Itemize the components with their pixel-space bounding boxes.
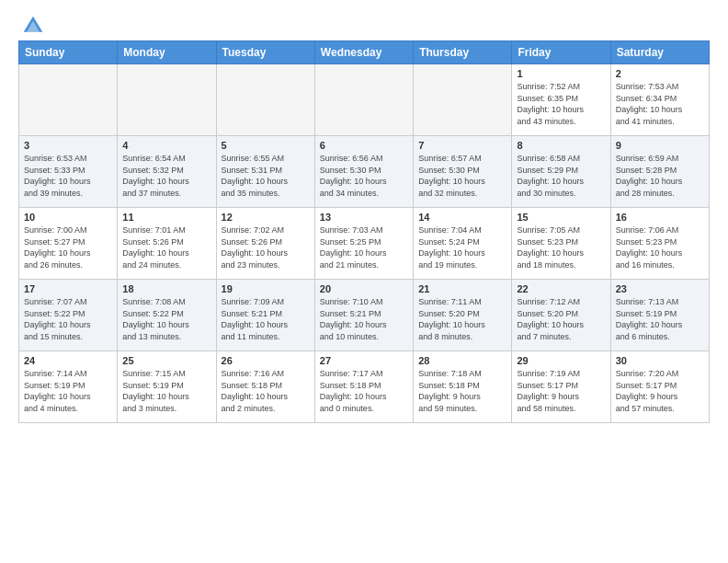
day-info: Sunrise: 7:09 AM Sunset: 5:21 PM Dayligh…: [222, 296, 310, 342]
day-info: Sunrise: 6:55 AM Sunset: 5:31 PM Dayligh…: [222, 153, 310, 199]
day-info: Sunrise: 7:03 AM Sunset: 5:25 PM Dayligh…: [320, 224, 408, 270]
day-number: 14: [418, 212, 506, 223]
day-info: Sunrise: 7:00 AM Sunset: 5:27 PM Dayligh…: [24, 224, 112, 270]
day-number: 8: [517, 140, 605, 151]
calendar-day-cell: 18Sunrise: 7:08 AM Sunset: 5:22 PM Dayli…: [118, 280, 216, 351]
day-number: 24: [24, 355, 112, 366]
day-number: 9: [616, 140, 704, 151]
calendar-week-row: 17Sunrise: 7:07 AM Sunset: 5:22 PM Dayli…: [19, 280, 710, 351]
calendar-day-cell: 4Sunrise: 6:54 AM Sunset: 5:32 PM Daylig…: [118, 136, 216, 208]
calendar-table: SundayMondayTuesdayWednesdayThursdayFrid…: [18, 40, 710, 423]
day-number: 22: [517, 283, 605, 294]
calendar-day-cell: 17Sunrise: 7:07 AM Sunset: 5:22 PM Dayli…: [19, 280, 118, 351]
day-info: Sunrise: 7:04 AM Sunset: 5:24 PM Dayligh…: [418, 224, 506, 270]
calendar-day-cell: [414, 64, 512, 136]
day-number: 28: [418, 355, 506, 366]
day-number: 13: [320, 212, 408, 223]
calendar-day-cell: 25Sunrise: 7:15 AM Sunset: 5:19 PM Dayli…: [118, 351, 216, 423]
day-number: 5: [222, 140, 310, 151]
day-number: 7: [418, 140, 506, 151]
calendar-day-cell: 30Sunrise: 7:20 AM Sunset: 5:17 PM Dayli…: [610, 351, 709, 423]
day-info: Sunrise: 7:17 AM Sunset: 5:18 PM Dayligh…: [320, 368, 408, 414]
day-info: Sunrise: 7:15 AM Sunset: 5:19 PM Dayligh…: [122, 368, 210, 414]
calendar-day-cell: 27Sunrise: 7:17 AM Sunset: 5:18 PM Dayli…: [314, 351, 413, 423]
weekday-header: Saturday: [610, 41, 709, 64]
calendar-day-cell: [216, 64, 314, 136]
weekday-header: Tuesday: [216, 41, 314, 64]
day-number: 12: [222, 212, 310, 223]
day-info: Sunrise: 7:01 AM Sunset: 5:26 PM Dayligh…: [122, 224, 210, 270]
day-info: Sunrise: 7:18 AM Sunset: 5:18 PM Dayligh…: [418, 368, 506, 414]
day-info: Sunrise: 6:56 AM Sunset: 5:30 PM Dayligh…: [320, 153, 408, 199]
day-number: 21: [418, 283, 506, 294]
calendar-day-cell: 19Sunrise: 7:09 AM Sunset: 5:21 PM Dayli…: [216, 280, 314, 351]
calendar-day-cell: 26Sunrise: 7:16 AM Sunset: 5:18 PM Dayli…: [216, 351, 314, 423]
calendar-day-cell: 12Sunrise: 7:02 AM Sunset: 5:26 PM Dayli…: [216, 208, 314, 280]
calendar-header-row: SundayMondayTuesdayWednesdayThursdayFrid…: [19, 41, 710, 64]
calendar-day-cell: [118, 64, 216, 136]
day-info: Sunrise: 7:12 AM Sunset: 5:20 PM Dayligh…: [517, 296, 605, 342]
calendar-week-row: 3Sunrise: 6:53 AM Sunset: 5:33 PM Daylig…: [19, 136, 710, 208]
calendar-day-cell: 15Sunrise: 7:05 AM Sunset: 5:23 PM Dayli…: [512, 208, 610, 280]
day-number: 3: [24, 140, 112, 151]
day-number: 19: [222, 283, 310, 294]
day-number: 27: [320, 355, 408, 366]
day-info: Sunrise: 7:06 AM Sunset: 5:23 PM Dayligh…: [616, 224, 704, 270]
calendar-day-cell: 28Sunrise: 7:18 AM Sunset: 5:18 PM Dayli…: [414, 351, 512, 423]
day-info: Sunrise: 7:11 AM Sunset: 5:20 PM Dayligh…: [418, 296, 506, 342]
calendar-day-cell: 23Sunrise: 7:13 AM Sunset: 5:19 PM Dayli…: [610, 280, 709, 351]
day-number: 20: [320, 283, 408, 294]
day-info: Sunrise: 7:52 AM Sunset: 6:35 PM Dayligh…: [517, 81, 605, 127]
day-info: Sunrise: 7:14 AM Sunset: 5:19 PM Dayligh…: [24, 368, 112, 414]
calendar-day-cell: 16Sunrise: 7:06 AM Sunset: 5:23 PM Dayli…: [610, 208, 709, 280]
calendar-day-cell: [19, 64, 118, 136]
day-number: 15: [517, 212, 605, 223]
calendar-day-cell: 21Sunrise: 7:11 AM Sunset: 5:20 PM Dayli…: [414, 280, 512, 351]
calendar-day-cell: 24Sunrise: 7:14 AM Sunset: 5:19 PM Dayli…: [19, 351, 118, 423]
calendar-day-cell: 3Sunrise: 6:53 AM Sunset: 5:33 PM Daylig…: [19, 136, 118, 208]
day-number: 25: [122, 355, 210, 366]
day-info: Sunrise: 7:16 AM Sunset: 5:18 PM Dayligh…: [222, 368, 310, 414]
day-info: Sunrise: 7:20 AM Sunset: 5:17 PM Dayligh…: [616, 368, 704, 414]
day-number: 16: [616, 212, 704, 223]
day-number: 17: [24, 283, 112, 294]
logo-text: [18, 15, 44, 37]
page: SundayMondayTuesdayWednesdayThursdayFrid…: [0, 0, 728, 563]
weekday-header: Friday: [512, 41, 610, 64]
calendar-day-cell: 14Sunrise: 7:04 AM Sunset: 5:24 PM Dayli…: [414, 208, 512, 280]
day-info: Sunrise: 7:10 AM Sunset: 5:21 PM Dayligh…: [320, 296, 408, 342]
day-info: Sunrise: 6:57 AM Sunset: 5:30 PM Dayligh…: [418, 153, 506, 199]
calendar-week-row: 24Sunrise: 7:14 AM Sunset: 5:19 PM Dayli…: [19, 351, 710, 423]
weekday-header: Monday: [118, 41, 216, 64]
calendar-day-cell: 5Sunrise: 6:55 AM Sunset: 5:31 PM Daylig…: [216, 136, 314, 208]
day-info: Sunrise: 7:19 AM Sunset: 5:17 PM Dayligh…: [517, 368, 605, 414]
day-info: Sunrise: 7:07 AM Sunset: 5:22 PM Dayligh…: [24, 296, 112, 342]
day-info: Sunrise: 7:08 AM Sunset: 5:22 PM Dayligh…: [122, 296, 210, 342]
calendar-day-cell: 8Sunrise: 6:58 AM Sunset: 5:29 PM Daylig…: [512, 136, 610, 208]
logo-icon: [22, 15, 44, 37]
calendar-day-cell: 11Sunrise: 7:01 AM Sunset: 5:26 PM Dayli…: [118, 208, 216, 280]
calendar-day-cell: 2Sunrise: 7:53 AM Sunset: 6:34 PM Daylig…: [610, 64, 709, 136]
day-number: 26: [222, 355, 310, 366]
calendar-day-cell: 20Sunrise: 7:10 AM Sunset: 5:21 PM Dayli…: [314, 280, 413, 351]
calendar-week-row: 10Sunrise: 7:00 AM Sunset: 5:27 PM Dayli…: [19, 208, 710, 280]
day-info: Sunrise: 6:58 AM Sunset: 5:29 PM Dayligh…: [517, 153, 605, 199]
calendar-day-cell: [314, 64, 413, 136]
calendar-day-cell: 6Sunrise: 6:56 AM Sunset: 5:30 PM Daylig…: [314, 136, 413, 208]
day-number: 23: [616, 283, 704, 294]
day-number: 11: [122, 212, 210, 223]
calendar-day-cell: 29Sunrise: 7:19 AM Sunset: 5:17 PM Dayli…: [512, 351, 610, 423]
calendar-day-cell: 13Sunrise: 7:03 AM Sunset: 5:25 PM Dayli…: [314, 208, 413, 280]
calendar-day-cell: 9Sunrise: 6:59 AM Sunset: 5:28 PM Daylig…: [610, 136, 709, 208]
day-info: Sunrise: 7:53 AM Sunset: 6:34 PM Dayligh…: [616, 81, 704, 127]
header: [18, 15, 710, 33]
day-number: 10: [24, 212, 112, 223]
calendar-day-cell: 22Sunrise: 7:12 AM Sunset: 5:20 PM Dayli…: [512, 280, 610, 351]
day-info: Sunrise: 7:05 AM Sunset: 5:23 PM Dayligh…: [517, 224, 605, 270]
weekday-header: Thursday: [414, 41, 512, 64]
day-number: 4: [122, 140, 210, 151]
calendar-week-row: 1Sunrise: 7:52 AM Sunset: 6:35 PM Daylig…: [19, 64, 710, 136]
calendar-day-cell: 10Sunrise: 7:00 AM Sunset: 5:27 PM Dayli…: [19, 208, 118, 280]
day-info: Sunrise: 6:59 AM Sunset: 5:28 PM Dayligh…: [616, 153, 704, 199]
day-info: Sunrise: 6:53 AM Sunset: 5:33 PM Dayligh…: [24, 153, 112, 199]
